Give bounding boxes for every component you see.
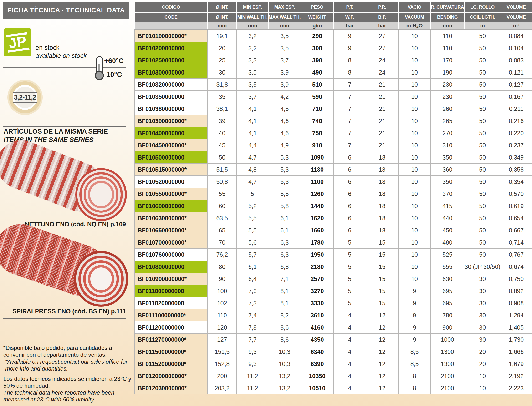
value-cell: 5	[237, 188, 268, 200]
value-cell: 15	[366, 297, 398, 309]
value-cell: 6340	[301, 346, 333, 358]
header-row-en: CODEØ INT.MIN WALL TH.MAX WALL TH.WEIGHT…	[135, 12, 532, 22]
value-cell: 4,1	[237, 115, 268, 127]
value-cell: 555	[431, 261, 464, 273]
value-cell: 590	[301, 91, 333, 103]
header-cell: Ø INT.	[208, 12, 237, 22]
value-cell: 2,192	[501, 370, 532, 382]
value-cell: 10	[398, 103, 430, 115]
value-cell: 2180	[301, 261, 333, 273]
value-cell: 25	[208, 54, 237, 66]
footnote-available-en: *Available on request,contact our sales …	[3, 358, 134, 372]
table-row: BF010700000000*705,66,3178051510480500,7…	[135, 236, 532, 249]
code-cell: BF010400000000	[135, 127, 208, 139]
value-cell: 350	[431, 176, 464, 188]
series-heading-es: ARTÍCULOS DE LA MISMA SERIE	[4, 128, 108, 135]
header-cell: P.T.	[333, 2, 366, 12]
value-cell: 21	[366, 127, 398, 139]
value-cell: 13,2	[268, 382, 301, 394]
value-cell: 8,2	[268, 309, 301, 321]
value-cell: 4	[333, 334, 366, 346]
value-cell: 10510	[301, 382, 333, 394]
value-cell: 360	[431, 164, 464, 176]
value-cell: 270	[431, 127, 464, 139]
code-cell: BF010630000000*	[135, 212, 208, 224]
table-row: BF010190000000*19,13,23,529092710110500,…	[135, 30, 532, 42]
value-cell: 0,220	[501, 127, 532, 139]
table-row: BF01052000000050,84,75,3110061810350500,…	[135, 176, 532, 188]
value-cell: 50	[464, 54, 501, 66]
value-cell: 9,3	[237, 346, 268, 358]
value-cell: 1100	[301, 176, 333, 188]
value-cell: 1,666	[501, 346, 532, 358]
footnote-available-es: *Disponible bajo pedido, para cantidades…	[3, 344, 134, 358]
value-cell: 0,714	[501, 236, 532, 249]
value-cell: 5,3	[268, 164, 301, 176]
value-cell: 8,6	[268, 334, 301, 346]
code-cell: BF011000000000	[135, 285, 208, 297]
divider	[3, 126, 126, 127]
value-cell: 740	[301, 115, 333, 127]
value-cell: 50	[464, 200, 501, 212]
value-cell: 6,1	[237, 261, 268, 273]
value-cell: 15	[366, 285, 398, 297]
code-cell: BF010800000000	[135, 261, 208, 273]
value-cell: 12	[366, 346, 398, 358]
value-cell: 30	[208, 66, 237, 79]
value-cell: 5,5	[237, 212, 268, 224]
value-cell: 50	[464, 152, 501, 164]
value-cell: 370	[431, 188, 464, 200]
value-cell: 0,216	[501, 115, 532, 127]
wall-thickness-range-badge: 3,2-11,2	[9, 81, 41, 113]
value-cell: 1950	[301, 249, 333, 261]
value-cell: 450	[431, 224, 464, 236]
code-cell: BF010350000000	[135, 91, 208, 103]
value-cell: 200	[208, 370, 237, 382]
code-cell: BF012030000000*	[135, 382, 208, 394]
value-cell: 440	[431, 212, 464, 224]
value-cell: 3,2	[237, 30, 268, 42]
temperature-max: +60°C	[104, 57, 124, 65]
value-cell: 5	[333, 285, 366, 297]
header-cell: VACIO	[398, 2, 430, 12]
code-cell: BF010300000000	[135, 66, 208, 79]
value-cell: 3,5	[237, 79, 268, 91]
value-cell: 0,654	[501, 212, 532, 224]
value-cell: 50	[464, 127, 501, 139]
value-cell: 12	[366, 358, 398, 370]
value-cell: 0,104	[501, 42, 532, 54]
footnotes: *Disponible bajo pedido, para cantidades…	[3, 344, 134, 403]
value-cell: 110	[431, 42, 464, 54]
value-cell: 8	[398, 382, 430, 394]
value-cell: 4,2	[268, 91, 301, 103]
value-cell: 10	[398, 54, 430, 66]
value-cell: 20	[464, 346, 501, 358]
unit-cell: m	[464, 22, 501, 30]
unit-cell: bar	[366, 22, 398, 30]
value-cell: 6	[333, 152, 366, 164]
value-cell: 695	[431, 297, 464, 309]
value-cell: 10	[398, 236, 430, 249]
value-cell: 1090	[301, 152, 333, 164]
value-cell: 1,405	[501, 321, 532, 334]
value-cell: 6	[333, 176, 366, 188]
value-cell: 10	[398, 176, 430, 188]
code-cell: BF010250000000	[135, 54, 208, 66]
value-cell: 9	[398, 309, 430, 321]
divider	[3, 67, 126, 68]
header-cell: MAX ESP.	[268, 2, 301, 12]
value-cell: 10	[398, 42, 430, 54]
value-cell: 30	[464, 309, 501, 321]
thermometer-icon	[95, 56, 105, 80]
unit-cell: mm	[237, 22, 268, 30]
value-cell: 230	[431, 91, 464, 103]
jp-logo-mark: JP	[6, 32, 29, 53]
table-row: BF011520000000*152,89,310,363904128,5130…	[135, 358, 532, 370]
code-cell: BF011200000000	[135, 321, 208, 334]
value-cell: 10	[398, 224, 430, 236]
value-cell: 1440	[301, 200, 333, 212]
value-cell: 15	[366, 249, 398, 261]
value-cell: 1,730	[501, 334, 532, 346]
value-cell: 8	[398, 370, 430, 382]
value-cell: 50	[464, 66, 501, 79]
